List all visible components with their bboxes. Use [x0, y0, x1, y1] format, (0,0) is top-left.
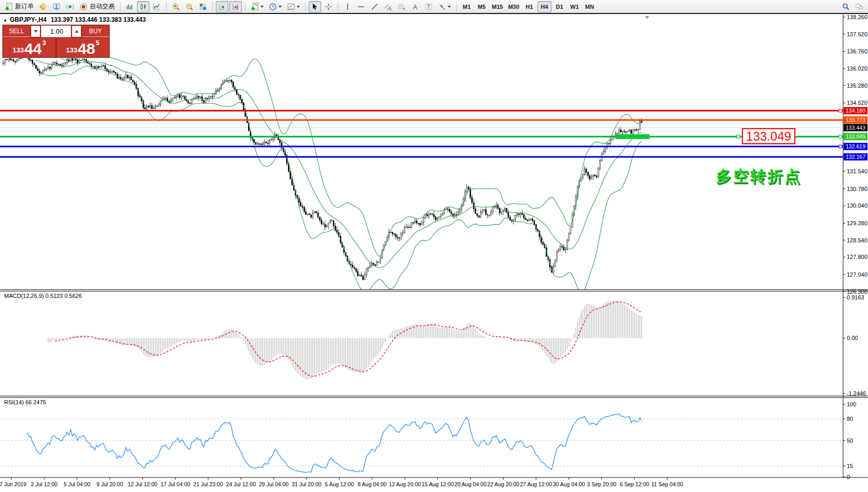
tile-windows-button[interactable] [197, 1, 209, 12]
signals-button[interactable] [64, 1, 76, 12]
templates-button[interactable] [285, 1, 302, 12]
panel-collapse-arrow[interactable]: ▲ [3, 18, 7, 22]
search-button[interactable] [839, 1, 852, 12]
fibonacci-tool-button[interactable]: F [395, 1, 408, 12]
turning-point-annotation[interactable]: 多空转折点 [716, 166, 802, 187]
auto-scroll-button[interactable] [216, 1, 228, 12]
svg-text:20 Aug 04:00: 20 Aug 04:00 [454, 481, 487, 487]
zoom-in-button[interactable] [170, 1, 182, 12]
arrows-tool-button[interactable] [436, 1, 453, 12]
channel-tool-button[interactable]: E [382, 1, 394, 12]
autotrading-button[interactable]: 自动交易 [77, 1, 117, 12]
svg-text:12 Aug 20:00: 12 Aug 20:00 [389, 481, 421, 487]
timeframe-h1-button[interactable]: H1 [522, 1, 536, 12]
horizontal-line-tool-button[interactable] [355, 1, 367, 12]
vertical-line-tool-button[interactable] [341, 1, 354, 12]
volume-input[interactable] [42, 26, 71, 37]
tile-windows-icon [199, 3, 207, 11]
new-order-icon [5, 3, 13, 11]
symbol-name: GBPJPY-,H4 [10, 16, 47, 23]
toolbar-separator [338, 2, 338, 11]
toolbar-separator [120, 2, 120, 11]
cursor-icon [311, 3, 319, 11]
autotrading-label: 自动交易 [90, 2, 115, 11]
toolbar-separator [166, 2, 167, 11]
volume-decrease-button[interactable] [31, 25, 40, 37]
line-selection-handle [737, 135, 740, 138]
text-tool-button[interactable]: A [409, 1, 421, 12]
sell-button[interactable]: SELL [3, 25, 30, 37]
indicators-button[interactable] [249, 1, 266, 12]
line-selection-handle [839, 135, 842, 138]
svg-text:15: 15 [847, 463, 853, 469]
volume-increase-button[interactable] [72, 25, 81, 37]
new-order-button[interactable]: 新订单 [3, 1, 36, 12]
chart-area[interactable]: 138.260137.520136.760136.020135.280134.5… [0, 0, 868, 492]
svg-text:6 Sep 12:00: 6 Sep 12:00 [619, 481, 649, 487]
trendline-tool-button[interactable] [368, 1, 381, 12]
timeframe-d1-button[interactable]: D1 [553, 1, 567, 12]
crosshair-tool-button[interactable] [322, 1, 335, 12]
zoom-out-button[interactable] [183, 1, 196, 12]
candlestick-chart-button[interactable] [137, 1, 149, 12]
timeframe-m30-button[interactable]: M30 [506, 1, 521, 12]
chart-shift-button[interactable] [229, 1, 242, 12]
svg-text:0: 0 [847, 474, 850, 480]
timeframe-w1-button[interactable]: W1 [568, 1, 582, 12]
svg-text:137.520: 137.520 [847, 31, 867, 37]
horizontal-line-icon [357, 3, 365, 11]
svg-text:27 Jun 2019: 27 Jun 2019 [0, 481, 26, 487]
svg-text:15 Aug 12:00: 15 Aug 12:00 [422, 481, 454, 487]
metaeditor-button[interactable] [37, 1, 49, 12]
price-callout-box[interactable]: 133.049 [742, 128, 795, 144]
text-label-tool-button[interactable]: T [422, 1, 435, 12]
svg-text:134.520: 134.520 [847, 100, 867, 106]
svg-text:136.760: 136.760 [847, 48, 867, 54]
chat-button[interactable] [853, 1, 865, 12]
ohlc-values: 133.397 133.446 133.383 133.443 [51, 16, 146, 23]
timeframe-h4-button[interactable]: H4 [538, 1, 552, 12]
buy-price-figure: 133 [66, 46, 77, 54]
equidistant-channel-icon: E [384, 3, 392, 11]
buy-price-point: 5 [95, 39, 99, 47]
toolbar-separator [212, 2, 213, 11]
svg-text:9 Jul 20:00: 9 Jul 20:00 [97, 481, 123, 487]
bar-chart-icon [126, 3, 134, 11]
text-tool-letter: A [413, 3, 417, 10]
fibonacci-icon: F [397, 3, 406, 11]
timeframe-m15-button[interactable]: M15 [490, 1, 505, 12]
macd-indicator-label: MACD(12,26,9) 0.5123 0.5626 [4, 293, 82, 299]
buy-price-button[interactable]: 133485 [57, 38, 109, 57]
timeframe-m5-button[interactable]: M5 [475, 1, 489, 12]
terminal-button[interactable] [50, 1, 63, 12]
fibo-letter: F [403, 7, 405, 10]
trendline-icon [370, 3, 379, 11]
buy-button[interactable]: BUY [82, 25, 109, 37]
timeframe-mn-button[interactable]: MN [583, 1, 597, 12]
sell-price-figure: 133 [12, 46, 24, 54]
channel-letter: E [390, 7, 392, 10]
svg-text:127.800: 127.800 [847, 254, 867, 260]
svg-text:0.9163: 0.9163 [847, 294, 864, 300]
svg-text:133.773: 133.773 [846, 117, 865, 123]
cursor-tool-button[interactable] [309, 1, 321, 12]
svg-text:130.040: 130.040 [847, 202, 867, 209]
svg-text:11 Sep 04:00: 11 Sep 04:00 [651, 481, 683, 487]
chat-icon [855, 3, 863, 11]
candlestick-chart-icon [139, 3, 147, 11]
svg-text:132.619: 132.619 [846, 143, 865, 149]
crosshair-icon [324, 3, 333, 11]
timeframe-m1-button[interactable]: M1 [460, 1, 474, 12]
line-chart-button[interactable] [150, 1, 163, 12]
sell-price-button[interactable]: 133443 [3, 38, 56, 57]
svg-text:8 Aug 04:00: 8 Aug 04:00 [357, 481, 387, 487]
indicators-dropdown-caret [260, 6, 264, 8]
bar-chart-button[interactable] [123, 1, 136, 12]
arrows-dropdown-caret [448, 6, 451, 8]
svg-text:21 Jul 23:00: 21 Jul 23:00 [194, 481, 223, 487]
svg-text:131.540: 131.540 [847, 168, 867, 174]
text-tool-icon: A [411, 3, 419, 11]
periods-button[interactable] [267, 1, 284, 12]
svg-text:22 Aug 20:00: 22 Aug 20:00 [487, 481, 519, 487]
svg-text:134.180: 134.180 [846, 107, 865, 114]
